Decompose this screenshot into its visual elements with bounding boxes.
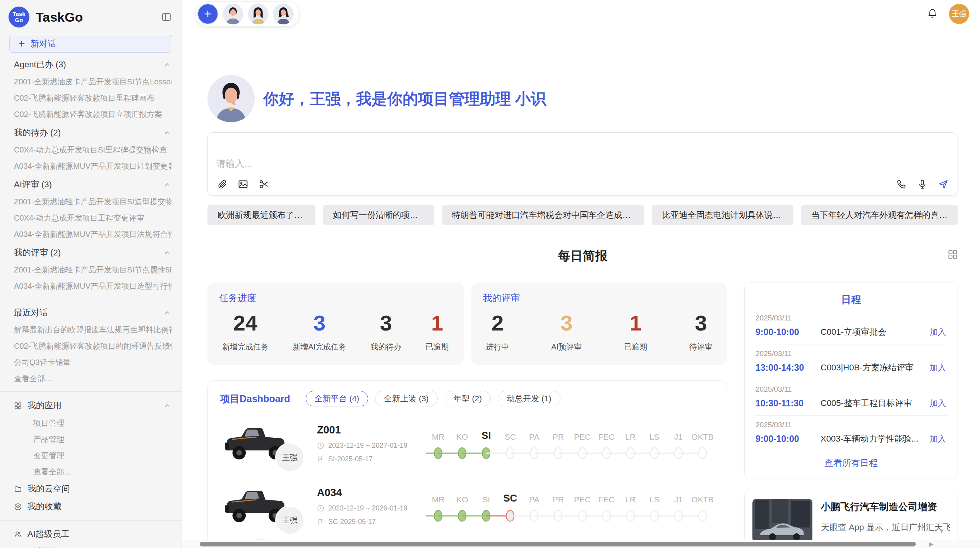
milestone-label: PA — [529, 428, 539, 446]
sidebar-item-ai-staff[interactable]: AI超级员工 — [0, 525, 182, 543]
sidebar-section-header[interactable]: 最近对话 — [14, 304, 171, 322]
sidebar-section-header[interactable]: AI评审 (3) — [14, 176, 171, 194]
join-meeting-link[interactable]: 加入 — [929, 433, 947, 444]
add-participant-button[interactable] — [197, 3, 218, 24]
schedule-event-title: C003|H0B-方案冻结评审 — [821, 362, 929, 373]
sidebar-recent-item[interactable]: 解释最新出台的欧盟报废车法规再生塑料比例被调至15%... — [14, 322, 171, 338]
milestone-label: J1 — [674, 491, 683, 509]
sidebar-collapse-icon[interactable] — [160, 10, 173, 24]
stat-value: 24 — [222, 310, 269, 336]
schedule-date: 2025/03/11 — [756, 349, 947, 358]
suggestion-chip[interactable]: 欧洲新规最近颁布了什么? — [207, 205, 315, 225]
new-chat-button[interactable]: 新对话 — [9, 35, 172, 53]
apps-grid-icon — [14, 402, 22, 410]
send-icon[interactable] — [937, 178, 949, 190]
scrollbar-thumb[interactable] — [200, 542, 916, 546]
milestone: OKTB — [690, 428, 714, 460]
briefing-columns: 任务进度 24新增完成任务3新增AI完成任务3我的待办1已逾期 我的评审 2进行… — [207, 283, 958, 548]
sidebar-task-item[interactable]: C0X4-动力总成开发项目工程变更评审 — [14, 210, 171, 226]
chat-input-card — [207, 132, 958, 196]
join-meeting-link[interactable]: 加入 — [929, 327, 947, 337]
sidebar-recent-item[interactable]: 查看全部... — [14, 370, 171, 387]
project-rows: 王强 Z001 2023-12-19 ~ 2027-01-19 SI-2025-… — [220, 418, 714, 532]
dashboard-tab[interactable]: 年型 (2) — [445, 391, 491, 406]
sidebar-section: 最近对话 解释最新出台的欧盟报废车法规再生塑料比例被调至15%...C02-飞腾… — [0, 304, 182, 387]
project-info: Z001 2023-12-19 ~ 2027-01-19 SI-2025-05-… — [314, 424, 426, 463]
user-avatar[interactable]: 王强 — [949, 4, 969, 24]
sidebar-recent-item[interactable]: C02-飞腾新能源轻客改款项目的闭环通告反馈情况 — [14, 338, 171, 354]
sidebar-task-item[interactable]: Z001-全新燃油轻卡产品开发项目SI造型提交物评审 — [14, 194, 171, 210]
project-owner-badge: 王强 — [275, 505, 305, 535]
scroll-right-arrow-icon[interactable]: ▶ — [929, 541, 934, 548]
input-send-tools — [896, 178, 949, 190]
sidebar-app-item[interactable]: 产品管理 — [0, 431, 182, 447]
sidebar-item-write-helper[interactable]: 帮我写作 — [0, 543, 182, 548]
sidebar-item-favorites[interactable]: 我的收藏 — [0, 498, 182, 515]
clock-icon — [317, 442, 324, 449]
sidebar-task-item[interactable]: C02-飞腾新能源轻客改款项目立项汇报方案 — [14, 106, 171, 122]
stat-item: 3我的待办 — [370, 310, 401, 352]
sidebar-task-item[interactable]: Z001-全新燃油皮卡产品开发项目SI节点Lesson Learn报告 — [14, 74, 171, 90]
join-meeting-link[interactable]: 加入 — [929, 398, 947, 409]
sidebar-section-header[interactable]: Agent已办 (3) — [14, 56, 171, 74]
sidebar-apps-header[interactable]: 我的应用 — [0, 396, 182, 415]
participant-avatar[interactable] — [223, 3, 243, 24]
suggestion-chip[interactable]: 如何写一份清晰的项目周报 — [323, 205, 434, 225]
sidebar-task-item[interactable]: A034-全新新能源MUV产品开发项目计划变更表编写 — [14, 158, 171, 174]
voice-call-icon[interactable] — [896, 178, 907, 190]
milestone-track: MRKOSISCPAPRPECFECLRLSJ1OKTB — [426, 427, 714, 460]
stat-card: 任务进度 24新增完成任务3新增AI完成任务3我的待办1已逾期 — [207, 283, 464, 365]
sidebar-app-item[interactable]: 查看全部... — [0, 464, 182, 480]
sidebar-section-header[interactable]: 我的待办 (2) — [14, 124, 171, 142]
milestone-label: SI — [481, 428, 491, 446]
stat-value: 1 — [624, 310, 647, 336]
news-card[interactable]: 小鹏飞行汽车制造公司增资 天眼查 App 显示，近日广州汇天飞行汽... — [744, 491, 958, 548]
project-row[interactable]: 王强 Z001 2023-12-19 ~ 2027-01-19 SI-2025-… — [220, 418, 714, 469]
stat-item: 1已逾期 — [425, 310, 449, 352]
stat-label: 已逾期 — [425, 342, 449, 352]
chat-home-content: 你好，王强，我是你的项目管理助理 小识 — [182, 75, 980, 548]
sidebar-recent-item[interactable]: 公司Q3轻卡销量 — [14, 354, 171, 370]
sidebar-app-item[interactable]: 项目管理 — [0, 415, 182, 431]
sidebar-item-cloud[interactable]: 我的云空间 — [0, 480, 182, 498]
ai-staff-label: AI超级员工 — [27, 528, 70, 540]
suggestion-chip[interactable]: 当下年轻人对汽车外观有怎样的喜好趋势 — [801, 205, 958, 225]
participant-avatar[interactable] — [248, 3, 269, 24]
screenshot-scissors-icon[interactable] — [258, 178, 270, 190]
notification-bell-icon[interactable] — [927, 8, 938, 21]
scroll-down-arrow-icon[interactable]: ▼ — [939, 527, 944, 534]
milestone: LR — [618, 428, 642, 460]
divider — [0, 299, 182, 299]
project-row[interactable]: 王强 A034 2023-12-19 ~ 2026-01-19 SC-2025-… — [220, 481, 714, 532]
participant-avatar[interactable] — [273, 3, 294, 24]
milestone: MR — [426, 491, 450, 523]
join-meeting-link[interactable]: 加入 — [929, 362, 947, 373]
dashboard-tab[interactable]: 全新上装 (3) — [375, 391, 438, 406]
sidebar-task-item[interactable]: A034-全新新能源MUV产品开发项目法规符合性评审 — [14, 226, 171, 242]
sidebar-section-header[interactable]: 我的评审 (2) — [14, 244, 171, 262]
dashboard-tab[interactable]: 全新平台 (4) — [306, 391, 368, 406]
milestone: KO — [450, 428, 474, 460]
layout-grid-icon[interactable] — [947, 249, 958, 261]
project-info: A034 2023-12-19 ~ 2026-01-19 SC-2025-05-… — [314, 487, 426, 526]
app-logo-text-bottom: Go — [15, 17, 23, 23]
schedule-time: 9:00-10:00 — [756, 434, 821, 444]
milestone: FEC — [595, 491, 618, 523]
sidebar-task-item[interactable]: C0X4-动力总成开发项目SI里程碑提交物检查 — [14, 142, 171, 158]
view-all-schedule-link[interactable]: 查看所有日程 — [824, 457, 878, 469]
main-area: 王强 你好，王强，我是你的项目管理助理 小识 — [182, 0, 980, 548]
attach-image-icon[interactable] — [237, 178, 249, 190]
suggestion-chip[interactable]: 特朗普可能对进口汽车增税会对中国车企造成哪些影响 — [442, 205, 644, 225]
sidebar-task-item[interactable]: A034-全新新能源MUV产品开发项目造型可行性评审 — [14, 278, 171, 294]
suggestion-chip[interactable]: 比亚迪全固态电池计划具体说了什么 — [652, 205, 793, 225]
attach-file-icon[interactable] — [216, 178, 228, 190]
horizontal-scrollbar[interactable]: ▶ — [182, 540, 980, 548]
sidebar-task-item[interactable]: Z001-全新燃油轻卡产品开发项目SI节点属性5D文件评审 — [14, 262, 171, 278]
sidebar-app-item[interactable]: 变更管理 — [0, 447, 182, 464]
milestone: LS — [642, 491, 666, 523]
milestone: OKTB — [690, 491, 714, 523]
dashboard-tab[interactable]: 动总开发 (1) — [498, 391, 560, 406]
sidebar-task-item[interactable]: C02-飞腾新能源轻客改款项目里程碑画布 — [14, 90, 171, 106]
microphone-icon[interactable] — [917, 178, 928, 190]
chat-input[interactable] — [216, 158, 949, 174]
